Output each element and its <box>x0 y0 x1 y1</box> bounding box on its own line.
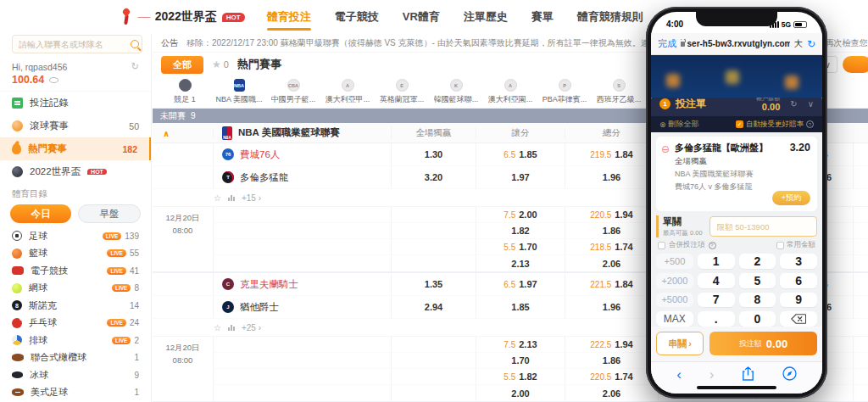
parlay-button[interactable]: 串關› <box>656 332 704 355</box>
odds-total[interactable]: 1.96 <box>565 166 659 188</box>
nav-sports-betting[interactable]: 體育投注 <box>265 2 313 32</box>
key-3[interactable]: 3 <box>780 254 817 269</box>
key-4[interactable]: 4 <box>698 273 735 288</box>
key-1[interactable]: 1 <box>698 254 735 269</box>
collapse-icon[interactable]: ∧ <box>163 129 170 138</box>
more-markets-link[interactable]: +15 › <box>242 193 261 203</box>
odds-handicap[interactable]: 1.82 <box>476 223 565 238</box>
eye-icon[interactable] <box>49 77 58 83</box>
favorite-star-icon[interactable]: ☆ <box>214 323 221 332</box>
tab-pba[interactable]: PPBA菲律賓... <box>537 76 592 108</box>
refresh-balance-icon[interactable]: ↻ <box>131 61 139 72</box>
nav-betslip[interactable]: 賽單 <box>530 2 555 32</box>
odds-total[interactable]: 220.51.74 <box>565 369 659 384</box>
all-filter-button[interactable]: 全部 <box>161 56 203 74</box>
odds-handicap[interactable]: 5.51.70 <box>476 239 565 254</box>
key-2[interactable]: 2 <box>739 254 776 269</box>
odds-handicap[interactable]: 5.51.82 <box>476 369 565 384</box>
favorites-filter[interactable]: ★0 <box>212 59 229 70</box>
sidebar-item-volleyball[interactable]: 排球LIVE2 <box>0 332 151 349</box>
quick-amount-2000[interactable]: +2000 <box>656 273 693 288</box>
odds-handicap[interactable]: 6.51.85 <box>476 143 565 165</box>
sidebar-item-tennis[interactable]: 網球LIVE8 <box>0 280 151 298</box>
sidebar-item-ice-hockey[interactable]: 冰球9 <box>0 366 151 384</box>
delete-all-button[interactable]: ⊗刪除全部 <box>659 119 699 130</box>
key-dot[interactable]: . <box>698 311 735 327</box>
odds-total[interactable]: 1.86 <box>565 353 659 368</box>
place-bet-button[interactable]: 投注額 0.00 <box>709 332 817 355</box>
tab-cba[interactable]: CBA中國男子籃... <box>266 76 320 108</box>
promo-button[interactable] <box>843 56 868 73</box>
odds-total[interactable]: 2.06 <box>565 385 659 401</box>
key-7[interactable]: 7 <box>698 293 735 308</box>
odds-handicap[interactable]: 7.52.13 <box>476 337 565 352</box>
quick-amount-5000[interactable]: +5000 <box>656 293 693 308</box>
reserve-button[interactable]: +預約 <box>772 191 810 205</box>
font-size-button[interactable]: 大 <box>794 38 803 50</box>
odds-total[interactable]: 221.51.84 <box>565 273 659 295</box>
share-icon[interactable] <box>742 366 754 383</box>
odds-handicap[interactable]: 1.85 <box>476 296 565 318</box>
sidebar-item-bet-records[interactable]: 投注記錄 <box>0 92 151 114</box>
today-button[interactable]: 今日 <box>10 204 71 223</box>
sidebar-item-worldcup[interactable]: 2022世界盃 HOT <box>0 160 151 183</box>
quick-amount-500[interactable]: +500 <box>656 254 693 269</box>
address-field[interactable]: ser-h5-bw3.rxvutglyn.com <box>681 39 790 48</box>
odds-handicap[interactable]: 7.52.00 <box>476 207 565 222</box>
tab-kbl[interactable]: K韓國籃球聯... <box>429 76 483 108</box>
odds-total[interactable]: 1.96 <box>565 296 659 318</box>
reload-icon[interactable]: ↻ <box>807 38 815 50</box>
odds-handicap[interactable]: 1.70 <box>476 353 565 368</box>
odds-total[interactable]: 222.51.94 <box>565 337 659 352</box>
nav-vr-sports[interactable]: VR體育 <box>401 2 442 32</box>
tab-aus[interactable]: A澳大利亞甲... <box>320 76 375 108</box>
tab-aus2[interactable]: A澳大利亞園... <box>483 76 537 108</box>
stake-input[interactable] <box>709 216 817 237</box>
forward-icon[interactable]: › <box>709 367 715 382</box>
remove-selection-icon[interactable]: ⊖ <box>661 143 670 155</box>
sidebar-item-hot-events[interactable]: 熱門賽事 182 <box>0 137 151 160</box>
odds-handicap[interactable]: 2.00 <box>476 385 565 401</box>
sidebar-item-american-football[interactable]: 美式足球1 <box>0 384 151 402</box>
stats-icon[interactable] <box>228 194 235 201</box>
odds-win[interactable]: 1.35 <box>392 273 476 295</box>
favorite-star-icon[interactable]: ☆ <box>214 193 221 203</box>
common-amount-checkbox[interactable] <box>776 242 784 249</box>
sidebar-item-live-events[interactable]: 滾球賽事 50 <box>0 114 151 137</box>
brand-logo[interactable]: ~~~~ 2022世界盃 HOT <box>120 9 245 25</box>
sidebar-item-rugby[interactable]: 聯合式橄欖球1 <box>0 349 151 367</box>
done-button[interactable]: 完成 <box>658 37 676 50</box>
odds-win[interactable]: 3.20 <box>392 166 476 188</box>
key-9[interactable]: 9 <box>780 293 817 308</box>
sidebar-item-snooker[interactable]: 8斯諾克14 <box>0 297 151 315</box>
search-box[interactable] <box>12 35 142 53</box>
merge-checkbox[interactable] <box>658 242 665 249</box>
odds-win[interactable]: 1.30 <box>392 143 476 165</box>
odds-total[interactable]: 220.51.94 <box>565 207 659 222</box>
key-6[interactable]: 6 <box>780 273 817 288</box>
early-market-button[interactable]: 早盤 <box>78 204 141 223</box>
nav-esports[interactable]: 電子競技 <box>333 2 381 32</box>
tab-jingzu[interactable]: 競足 1 <box>158 76 212 108</box>
tab-eng-champ[interactable]: E英格蘭冠軍... <box>375 76 429 108</box>
compass-icon[interactable] <box>782 366 797 383</box>
more-markets-link[interactable]: +25 › <box>242 323 261 332</box>
odds-handicap[interactable]: 1.97 <box>476 166 565 188</box>
odds-total[interactable]: 219.51.84 <box>565 143 659 165</box>
odds-win[interactable]: 2.94 <box>392 296 476 318</box>
max-button[interactable]: MAX <box>656 311 693 327</box>
key-5[interactable]: 5 <box>739 273 776 288</box>
odds-total[interactable]: 1.86 <box>565 223 659 238</box>
odds-handicap[interactable]: 2.13 <box>476 255 565 271</box>
key-0[interactable]: 0 <box>739 311 776 327</box>
tab-esp2[interactable]: S西班牙乙級... <box>592 76 646 108</box>
home-indicator[interactable] <box>697 386 776 389</box>
sidebar-item-basketball[interactable]: 籃球LIVE55 <box>0 245 151 263</box>
sidebar-item-esports[interactable]: 電子競技LIVE41 <box>0 262 151 280</box>
odds-handicap[interactable]: 6.51.97 <box>476 273 565 295</box>
nav-bet-history[interactable]: 注單歷史 <box>462 2 509 32</box>
sidebar-item-soccer[interactable]: 足球LIVE139 <box>0 227 151 245</box>
collapse-chevron-icon[interactable]: ∨ <box>808 99 814 109</box>
back-icon[interactable]: ‹ <box>676 367 682 382</box>
odds-total[interactable]: 218.51.74 <box>565 239 659 254</box>
